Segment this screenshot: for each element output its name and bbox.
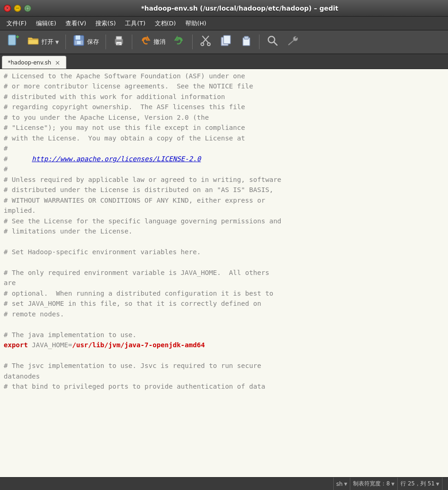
- search-button[interactable]: [263, 33, 282, 51]
- svg-rect-17: [224, 35, 230, 44]
- language-selector[interactable]: sh ▼: [333, 478, 351, 490]
- new-icon: [6, 34, 19, 50]
- svg-line-21: [274, 42, 277, 45]
- tab-close-button[interactable]: ×: [55, 59, 60, 66]
- separator-4: [192, 35, 193, 49]
- redo-icon: [173, 34, 186, 50]
- tab-label: *hadoop-env.sh: [8, 59, 51, 66]
- menu-bar: 文件(F) 编辑(E) 查看(V) 搜索(S) 工具(T) 文档(D) 帮助(H…: [0, 17, 448, 30]
- status-right: sh ▼ 制表符宽度：8 ▼ 行 25，列 51 ▼: [333, 478, 442, 490]
- open-arrow[interactable]: ▼: [55, 40, 59, 45]
- menu-tools[interactable]: 工具(T): [120, 18, 150, 29]
- title-bar: × – □ *hadoop-env.sh (/usr/local/hadoop/…: [0, 0, 448, 17]
- close-button[interactable]: ×: [4, 5, 11, 12]
- editor-area[interactable]: # Licensed to the Apache Software Founda…: [0, 69, 448, 477]
- save-button[interactable]: 保存: [70, 33, 102, 51]
- undo-label: 撤消: [153, 38, 165, 46]
- open-button[interactable]: 打开 ▼: [24, 33, 62, 51]
- print-button[interactable]: [110, 33, 128, 51]
- tab-bar: *hadoop-env.sh ×: [0, 54, 448, 69]
- position-indicator[interactable]: 行 25，列 51 ▼: [398, 478, 442, 490]
- position-arrow: ▼: [436, 482, 439, 486]
- svg-rect-0: [8, 35, 16, 45]
- tools-icon: [286, 34, 299, 50]
- cut-icon: [199, 34, 212, 50]
- tab-width-label: 制表符宽度：8: [353, 480, 390, 488]
- svg-rect-19: [244, 36, 248, 39]
- menu-docs[interactable]: 文档(D): [150, 18, 181, 29]
- tools-button[interactable]: [283, 33, 302, 51]
- save-icon: [72, 34, 85, 50]
- window-title: *hadoop-env.sh (/usr/local/hadoop/etc/ha…: [35, 5, 444, 12]
- undo-icon: [139, 34, 152, 50]
- svg-rect-8: [116, 36, 122, 40]
- language-arrow: ▼: [344, 482, 347, 486]
- menu-view[interactable]: 查看(V): [61, 18, 91, 29]
- copy-button[interactable]: [217, 33, 235, 51]
- menu-help[interactable]: 帮助(H): [181, 18, 211, 29]
- search-icon: [266, 34, 279, 50]
- new-button[interactable]: [4, 33, 22, 51]
- window-controls: × – □: [4, 5, 31, 12]
- toolbar: 打开 ▼ 保存: [0, 30, 448, 54]
- status-bar: sh ▼ 制表符宽度：8 ▼ 行 25，列 51 ▼: [0, 477, 448, 490]
- svg-rect-6: [77, 41, 81, 44]
- separator-5: [259, 35, 259, 49]
- svg-rect-4: [76, 35, 80, 40]
- save-label: 保存: [87, 38, 99, 46]
- menu-search[interactable]: 搜索(S): [91, 18, 120, 29]
- paste-button[interactable]: [237, 33, 255, 51]
- svg-point-14: [201, 43, 204, 46]
- menu-file[interactable]: 文件(F): [2, 18, 31, 29]
- svg-rect-10: [117, 43, 121, 44]
- tab-width-arrow: ▼: [391, 482, 395, 486]
- position-label: 行 25，列 51: [401, 480, 435, 488]
- separator-3: [132, 35, 132, 49]
- separator-2: [106, 35, 106, 49]
- maximize-button[interactable]: □: [24, 5, 31, 12]
- tab-hadoop-env[interactable]: *hadoop-env.sh ×: [2, 56, 66, 69]
- svg-point-15: [207, 43, 210, 46]
- svg-rect-11: [117, 44, 119, 45]
- separator-1: [65, 35, 66, 49]
- folder-icon: [27, 34, 40, 50]
- copy-icon: [219, 34, 232, 50]
- editor-content[interactable]: # Licensed to the Apache Software Founda…: [0, 69, 448, 477]
- undo-button[interactable]: 撤消: [136, 33, 168, 51]
- cut-button[interactable]: [196, 33, 215, 51]
- open-label: 打开: [41, 38, 53, 46]
- menu-edit[interactable]: 编辑(E): [31, 18, 61, 29]
- print-icon: [112, 34, 125, 50]
- tab-width-selector[interactable]: 制表符宽度：8 ▼: [350, 478, 398, 490]
- redo-button[interactable]: [170, 33, 189, 51]
- minimize-button[interactable]: –: [14, 5, 21, 12]
- paste-icon: [240, 34, 253, 50]
- language-label: sh: [336, 481, 343, 487]
